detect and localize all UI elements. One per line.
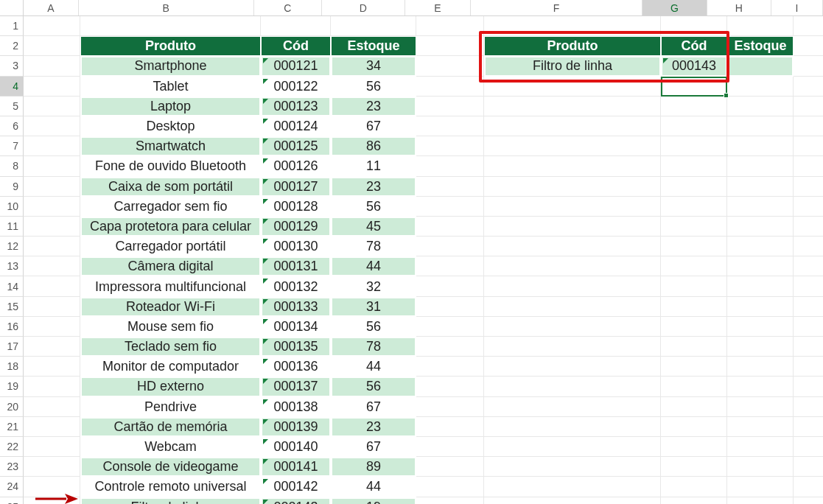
cell[interactable] xyxy=(794,317,823,337)
cell[interactable] xyxy=(661,116,727,136)
table1-produto[interactable]: HD externo xyxy=(80,377,261,396)
cell[interactable] xyxy=(794,397,823,417)
cell[interactable] xyxy=(661,136,727,156)
table1-cod[interactable]: 000143 xyxy=(261,497,331,505)
table1-cod[interactable]: 000135 xyxy=(261,337,331,357)
cell[interactable] xyxy=(661,256,727,276)
cell[interactable] xyxy=(661,377,727,396)
table1-produto[interactable]: Smartwatch xyxy=(80,136,261,156)
cell[interactable] xyxy=(416,177,484,197)
row-header[interactable]: 17 xyxy=(0,337,24,357)
row-header[interactable]: 7 xyxy=(0,136,24,156)
table1-estoque[interactable]: 44 xyxy=(331,256,416,276)
row-header[interactable]: 10 xyxy=(0,197,24,217)
table1-estoque[interactable]: 23 xyxy=(331,417,416,437)
cell[interactable] xyxy=(661,237,727,256)
cell[interactable] xyxy=(727,97,794,116)
cell[interactable] xyxy=(661,437,727,457)
cell[interactable] xyxy=(24,437,80,457)
cell[interactable] xyxy=(484,417,661,437)
cell[interactable] xyxy=(416,377,484,396)
table1-produto[interactable]: Impressora multifuncional xyxy=(80,276,261,296)
table1-cod[interactable]: 000121 xyxy=(261,56,331,76)
table1-cod[interactable]: 000137 xyxy=(261,377,331,396)
table1-produto[interactable]: Cartão de memória xyxy=(80,417,261,437)
table1-cod[interactable]: 000141 xyxy=(261,457,331,477)
table1-produto[interactable]: Webcam xyxy=(80,437,261,457)
cell[interactable] xyxy=(416,36,484,56)
cell[interactable] xyxy=(416,16,484,36)
cell[interactable] xyxy=(24,357,80,377)
cell[interactable] xyxy=(727,136,794,156)
row-header[interactable]: 12 xyxy=(0,237,24,256)
cell[interactable] xyxy=(661,357,727,377)
cell[interactable] xyxy=(484,437,661,457)
cell[interactable] xyxy=(727,397,794,417)
table1-produto[interactable]: Console de videogame xyxy=(80,457,261,477)
col-header-c[interactable]: C xyxy=(254,0,322,15)
row-header[interactable]: 3 xyxy=(0,56,24,76)
cell[interactable] xyxy=(794,36,823,56)
cell[interactable] xyxy=(794,477,823,497)
table2-header[interactable]: Produto xyxy=(484,36,661,56)
cell[interactable] xyxy=(727,116,794,136)
cell[interactable] xyxy=(794,457,823,477)
table1-produto[interactable]: Fone de ouvido Bluetooth xyxy=(80,156,261,176)
table1-produto[interactable]: Smartphone xyxy=(80,56,261,76)
cell[interactable] xyxy=(661,16,727,36)
cell[interactable] xyxy=(416,297,484,317)
cell[interactable] xyxy=(484,317,661,337)
row-header[interactable]: 25 xyxy=(0,497,24,505)
cell[interactable] xyxy=(24,377,80,396)
cell[interactable] xyxy=(727,317,794,337)
cell[interactable] xyxy=(661,337,727,357)
table1-estoque[interactable]: 45 xyxy=(331,217,416,237)
cell[interactable] xyxy=(727,156,794,176)
cell[interactable] xyxy=(484,256,661,276)
table1-estoque[interactable]: 44 xyxy=(331,477,416,497)
table1-cod[interactable]: 000125 xyxy=(261,136,331,156)
cell[interactable] xyxy=(416,156,484,176)
cell[interactable] xyxy=(416,337,484,357)
table1-estoque[interactable]: 44 xyxy=(331,357,416,377)
cell[interactable] xyxy=(416,256,484,276)
table1-header[interactable]: Produto xyxy=(80,36,261,56)
cell[interactable] xyxy=(484,337,661,357)
cell[interactable] xyxy=(24,136,80,156)
cell[interactable] xyxy=(24,116,80,136)
spreadsheet-area[interactable]: A B C D E F G H I 1234567891011121314151… xyxy=(0,0,823,504)
cell[interactable] xyxy=(661,97,727,116)
row-header[interactable]: 21 xyxy=(0,417,24,437)
table1-estoque[interactable]: 86 xyxy=(331,136,416,156)
cell[interactable] xyxy=(484,357,661,377)
cell[interactable] xyxy=(24,97,80,116)
cell[interactable] xyxy=(416,56,484,76)
table1-produto[interactable]: Carregador sem fio xyxy=(80,197,261,217)
cell[interactable] xyxy=(331,16,416,36)
table2-header[interactable]: Cód xyxy=(661,36,727,56)
cell[interactable] xyxy=(484,156,661,176)
row-header[interactable]: 8 xyxy=(0,156,24,176)
cell[interactable] xyxy=(661,197,727,217)
cell[interactable] xyxy=(794,337,823,357)
table1-produto[interactable]: Filtro de linha xyxy=(80,497,261,505)
cell[interactable] xyxy=(484,77,661,97)
cell[interactable] xyxy=(416,136,484,156)
table1-estoque[interactable]: 32 xyxy=(331,276,416,296)
table1-produto[interactable]: Câmera digital xyxy=(80,256,261,276)
table1-estoque[interactable]: 56 xyxy=(331,317,416,337)
cell[interactable] xyxy=(727,16,794,36)
cell[interactable] xyxy=(24,337,80,357)
table1-cod[interactable]: 000136 xyxy=(261,357,331,377)
col-header-b[interactable]: B xyxy=(79,0,254,15)
cell[interactable] xyxy=(24,156,80,176)
cell[interactable] xyxy=(484,457,661,477)
cell[interactable] xyxy=(416,116,484,136)
table1-header[interactable]: Estoque xyxy=(331,36,416,56)
table1-cod[interactable]: 000123 xyxy=(261,97,331,116)
cell[interactable] xyxy=(727,256,794,276)
cell[interactable] xyxy=(661,457,727,477)
table2-estoque[interactable] xyxy=(727,56,794,76)
cell[interactable] xyxy=(794,497,823,505)
cell[interactable] xyxy=(727,197,794,217)
